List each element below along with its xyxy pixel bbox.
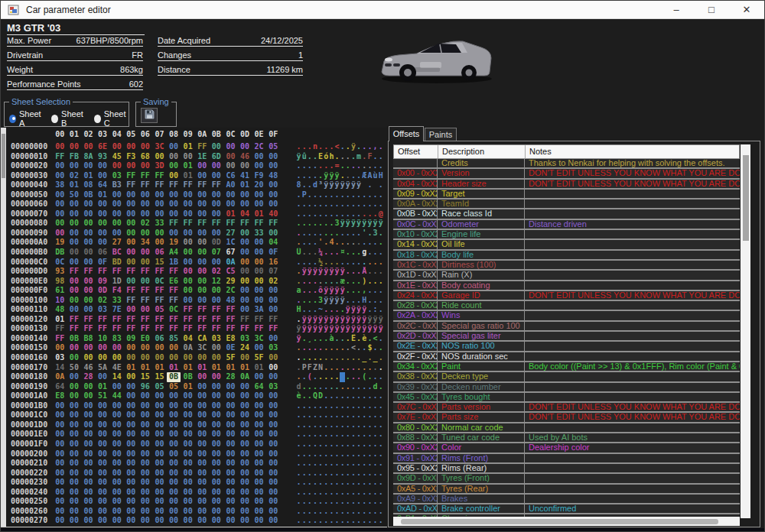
hex-byte[interactable]: 00 (210, 353, 224, 363)
hex-byte[interactable]: 00 (266, 449, 281, 459)
hex-byte[interactable]: 00 (167, 440, 181, 449)
hex-ascii-char[interactable]: û (301, 152, 307, 162)
hex-ascii-char[interactable]: . (312, 258, 317, 268)
hex-byte[interactable]: 00 (53, 229, 67, 238)
hex-ascii-char[interactable]: . (301, 382, 307, 392)
hex-ascii-char[interactable]: . (340, 190, 345, 200)
hex-byte[interactable]: 00 (167, 430, 181, 440)
hex-byte[interactable]: 00 (67, 401, 82, 411)
hex-byte[interactable]: 00 (109, 488, 124, 498)
hex-byte[interactable]: 00 (53, 209, 67, 219)
hex-byte[interactable]: 00 (138, 507, 153, 517)
hex-byte[interactable]: 00 (195, 382, 210, 392)
hex-byte[interactable]: FF (210, 315, 224, 325)
hex-ascii-char[interactable]: ÿ (350, 315, 356, 325)
hex-ascii-char[interactable]: . (345, 516, 350, 526)
hex-byte[interactable]: 00 (266, 410, 281, 420)
hex-byte[interactable]: 00 (53, 420, 67, 430)
hex-ascii-char[interactable]: . (312, 200, 317, 209)
hex-ascii-char[interactable]: . (367, 372, 373, 382)
hex-byte[interactable]: 0A (53, 372, 67, 382)
hex-ascii-char[interactable]: . (340, 142, 345, 152)
hex-ascii-char[interactable]: . (318, 478, 324, 488)
sheet-radio-sheet-a[interactable]: Sheet A (9, 109, 43, 128)
hex-byte[interactable]: 00 (238, 391, 252, 401)
hex-byte[interactable]: 24 (238, 343, 252, 353)
hex-ascii-char[interactable]: ½ (318, 258, 324, 268)
hex-byte[interactable]: 51 (96, 391, 110, 401)
hex-byte[interactable]: 00 (210, 343, 224, 353)
hex-byte[interactable]: 04 (266, 238, 281, 248)
hex-ascii-char[interactable]: . (334, 516, 340, 526)
table-row[interactable]: 0x1E - 0xX2)Body coating (393, 281, 740, 291)
table-row[interactable]: 0x2F - 0xX2)NOS duration sec (393, 352, 740, 362)
hex-byte[interactable]: FF (181, 324, 195, 334)
hex-ascii-char[interactable]: ù (373, 171, 378, 181)
hex-ascii-char[interactable]: . (312, 171, 317, 181)
hex-ascii-char[interactable]: . (296, 401, 301, 411)
hex-byte[interactable]: 14 (109, 372, 124, 382)
hex-ascii-char[interactable]: . (362, 459, 367, 469)
hex-ascii-char[interactable]: . (373, 209, 378, 219)
hex-byte[interactable]: 00 (138, 391, 153, 401)
hex-byte[interactable]: 00 (152, 430, 167, 440)
hex-ascii-char[interactable]: . (324, 334, 329, 344)
hex-ascii-char[interactable]: . (367, 430, 373, 440)
hex-byte[interactable]: FF (195, 324, 210, 334)
hex-byte[interactable]: 00 (266, 180, 281, 190)
hex-ascii-char[interactable]: F (307, 363, 312, 373)
hex-byte[interactable]: 00 (67, 488, 82, 498)
hex-byte[interactable]: 00 (167, 410, 181, 420)
hex-ascii-char[interactable]: ÿ (324, 315, 329, 325)
hex-byte[interactable]: 00 (53, 161, 67, 171)
hex-ascii-char[interactable]: . (378, 258, 383, 268)
hex-byte[interactable]: 00 (181, 209, 195, 219)
hex-byte[interactable]: 00 (152, 478, 167, 488)
hex-ascii-char[interactable]: . (373, 507, 378, 517)
hex-ascii-char[interactable]: . (356, 410, 362, 420)
hex-ascii-char[interactable]: . (378, 343, 383, 353)
hex-ascii-char[interactable]: . (312, 440, 317, 449)
hex-byte[interactable]: FF (266, 315, 281, 325)
hex-ascii-char[interactable]: . (324, 219, 329, 229)
hex-ascii-char[interactable]: . (367, 449, 373, 459)
table-vertical-scrollbar[interactable] (741, 144, 750, 518)
hex-byte[interactable]: FF (96, 315, 110, 325)
hex-ascii-char[interactable]: . (296, 488, 301, 498)
hex-ascii-char[interactable]: . (345, 440, 350, 449)
hex-byte[interactable]: 10 (96, 334, 110, 344)
hex-ascii-char[interactable]: . (340, 449, 345, 459)
hex-byte[interactable]: 00 (81, 343, 96, 353)
hex-ascii-char[interactable]: . (378, 449, 383, 459)
hex-ascii-char[interactable]: . (312, 420, 317, 430)
hex-byte[interactable]: 00 (167, 488, 181, 498)
hex-byte[interactable]: FF (167, 219, 181, 229)
hex-byte[interactable]: 00 (124, 258, 138, 268)
hex-ascii-char[interactable]: . (334, 497, 340, 507)
hex-byte[interactable]: 00 (210, 410, 224, 420)
hex-byte[interactable]: 00 (195, 277, 210, 287)
hex-byte[interactable]: 3D (152, 161, 167, 171)
hex-ascii-char[interactable]: . (324, 229, 329, 238)
hex-ascii-char[interactable]: . (324, 469, 329, 478)
hex-ascii-char[interactable]: . (334, 305, 340, 315)
hex-ascii-char[interactable]: . (324, 277, 329, 287)
hex-ascii-char[interactable]: . (312, 497, 317, 507)
hex-ascii-char[interactable]: . (373, 410, 378, 420)
hex-ascii-char[interactable]: . (350, 410, 356, 420)
hex-byte[interactable]: FF (138, 315, 153, 325)
hex-byte[interactable]: 00 (138, 229, 153, 238)
hex-byte[interactable]: 00 (67, 382, 82, 392)
hex-ascii-char[interactable]: . (362, 142, 367, 152)
hex-ascii-char[interactable]: . (356, 286, 362, 296)
hex-ascii-char[interactable]: . (345, 238, 350, 248)
hex-ascii-char[interactable]: . (312, 372, 317, 382)
hex-byte[interactable]: 00 (223, 391, 238, 401)
hex-ascii-char[interactable]: A (367, 171, 373, 181)
hex-ascii-char[interactable]: . (378, 334, 383, 344)
hex-byte[interactable]: 01 (96, 190, 110, 200)
hex-byte[interactable]: 00 (181, 516, 195, 526)
hex-ascii-char[interactable]: . (362, 343, 367, 353)
hex-ascii-char[interactable]: . (296, 258, 301, 268)
hex-byte[interactable]: 50 (67, 363, 82, 373)
